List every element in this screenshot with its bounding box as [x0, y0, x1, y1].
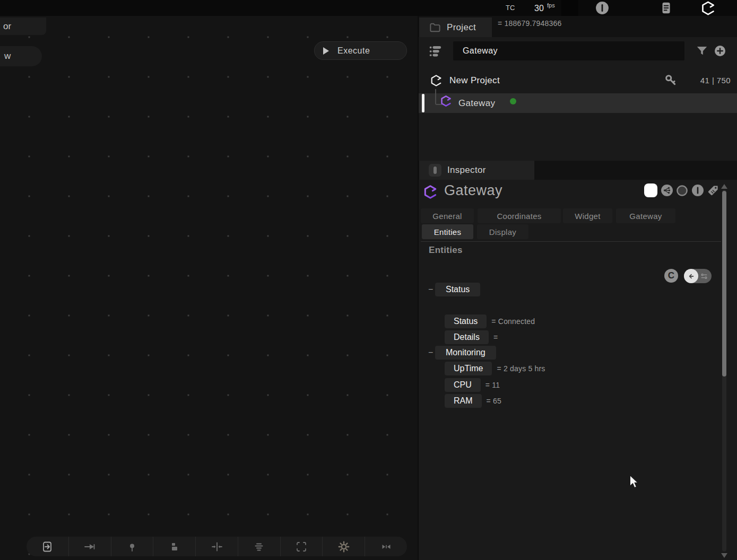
toolbar-button-lines[interactable]: [238, 537, 281, 556]
app-logo-hexagon-icon[interactable]: [700, 1, 716, 16]
inspector-entity-hexagon-icon: [423, 185, 438, 199]
selection-indicator: [422, 94, 424, 112]
property-value: =: [493, 333, 498, 342]
canvas-toolbar: [27, 537, 407, 556]
property-row-ram[interactable]: RAM = 65: [445, 394, 501, 408]
lines-icon: [253, 540, 265, 553]
tree-row-new-project[interactable]: New Project 41 | 750: [419, 71, 737, 91]
scrollbar-thumb[interactable]: [722, 191, 726, 377]
execute-label: Execute: [337, 46, 370, 56]
tab-gateway[interactable]: Gateway: [616, 208, 675, 223]
collapse-toggle[interactable]: −: [428, 346, 433, 360]
inspector-title: Gateway: [444, 182, 502, 199]
tab-project[interactable]: Project: [419, 18, 492, 37]
group-header-status[interactable]: Status: [435, 283, 480, 296]
c-badge-icon[interactable]: C: [664, 269, 678, 283]
mouse-cursor: [629, 475, 640, 491]
online-status-dot: [510, 98, 516, 104]
tree-list-icon[interactable]: [428, 44, 443, 58]
group-header-monitoring[interactable]: Monitoring: [435, 346, 496, 360]
visibility-toggle-icon[interactable]: [644, 183, 657, 197]
right-panel: Project New Project 41 | 750: [418, 16, 737, 560]
cutoff-pill-button[interactable]: w: [0, 46, 42, 66]
gear-icon: [337, 540, 350, 553]
tab-display[interactable]: Display: [477, 224, 528, 239]
pointer-arrow-icon: [83, 540, 96, 553]
property-value: = 11: [485, 381, 500, 389]
tree-item-label: New Project: [449, 75, 500, 86]
inspector-icon: [429, 164, 441, 177]
property-label: Status: [445, 314, 487, 328]
blocks-icon: [168, 540, 181, 553]
toolbar-button-align-center[interactable]: [196, 537, 238, 556]
fps-unit: fps: [547, 2, 555, 8]
pause-circle-icon[interactable]: [595, 1, 609, 15]
property-row-uptime[interactable]: UpTime = 2 days 5 hrs: [445, 362, 545, 375]
property-value: = 2 days 5 hrs: [497, 364, 545, 373]
collapse-toggle[interactable]: −: [428, 283, 433, 296]
pause-circle-icon[interactable]: [691, 184, 704, 197]
topbar-dark-slot: [561, 0, 578, 16]
sliders-icon: [699, 271, 709, 282]
property-label: RAM: [445, 394, 482, 408]
property-label: UpTime: [445, 362, 492, 375]
toggle-knob-back-arrow-icon: [684, 269, 698, 283]
tree-item-label: Gateway: [458, 98, 495, 109]
group-chip: Status: [435, 283, 480, 296]
toolbar-button-expand[interactable]: [365, 537, 407, 556]
cutoff-pill-label: w: [4, 51, 11, 62]
toolbar-button-frame[interactable]: [281, 537, 323, 556]
search-input[interactable]: [453, 41, 684, 60]
ring-icon[interactable]: [676, 185, 688, 197]
tab-inspector[interactable]: Inspector: [419, 161, 534, 180]
enter-icon: [41, 540, 54, 553]
tab-widget[interactable]: Widget: [563, 208, 612, 223]
mode-toggle[interactable]: [684, 269, 712, 283]
tc-label: TC: [506, 4, 515, 12]
property-value: = Connected: [491, 317, 535, 326]
tab-entities[interactable]: Entities: [422, 224, 473, 239]
scrollbar-up-arrow[interactable]: [721, 184, 727, 189]
property-label: Details: [445, 330, 489, 344]
scrollbar-down-arrow[interactable]: [721, 553, 727, 558]
play-icon: [323, 47, 329, 55]
tab-general[interactable]: General: [421, 208, 474, 223]
cutoff-tab-label: or: [3, 21, 11, 32]
group-chip: Monitoring: [435, 346, 496, 360]
property-row-status[interactable]: Status = Connected: [445, 314, 535, 328]
align-center-icon: [211, 540, 223, 553]
section-divider: [421, 241, 721, 242]
project-tab-strip: Project: [419, 16, 737, 37]
fps-value: 30: [534, 4, 544, 13]
property-label: CPU: [445, 378, 481, 392]
tag-icon[interactable]: [707, 184, 719, 197]
toolbar-button-node[interactable]: [111, 537, 154, 556]
entity-count: 41 | 750: [700, 76, 731, 85]
hierarchy-icon[interactable]: [661, 184, 673, 197]
property-value: = 188679.7948366: [498, 19, 561, 28]
execute-button[interactable]: Execute: [314, 41, 407, 60]
expand-icon: [380, 540, 393, 553]
cutoff-tab[interactable]: or: [0, 18, 46, 35]
toolbar-button-pointer[interactable]: [69, 537, 111, 556]
node-icon: [126, 540, 138, 553]
toolbar-button-blocks[interactable]: [153, 537, 196, 556]
filter-icon[interactable]: [695, 44, 709, 58]
property-row-details[interactable]: Details =: [445, 330, 498, 344]
gateway-hexagon-icon: [440, 95, 452, 107]
node-canvas[interactable]: or w Execute: [0, 16, 418, 560]
folder-icon: [429, 21, 441, 33]
add-icon[interactable]: [714, 45, 726, 57]
tab-coordinates[interactable]: Coordinates: [478, 208, 561, 223]
inspector-tab-strip: Inspector: [419, 161, 737, 180]
document-icon[interactable]: [659, 1, 673, 15]
key-icon: [664, 73, 678, 87]
project-hexagon-icon: [430, 74, 443, 87]
toolbar-button-settings[interactable]: [323, 537, 365, 556]
toolbar-button-enter[interactable]: [27, 537, 69, 556]
top-bar: TC 30 fps: [0, 0, 737, 16]
project-tab-label: Project: [447, 22, 476, 33]
entities-heading: Entities: [429, 245, 463, 256]
inspector-tab-label: Inspector: [447, 165, 486, 176]
property-row-cpu[interactable]: CPU = 11: [445, 378, 500, 392]
